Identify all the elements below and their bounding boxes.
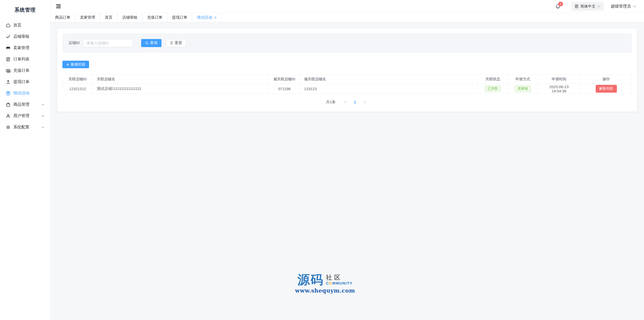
sidebar-item-label: 提现订单 [13, 79, 29, 85]
search-panel: 店铺ID 查询 重置 [62, 33, 632, 53]
cell-target-shop-id: 071198 [269, 84, 300, 94]
cell-target-shop-name: 123123 [300, 84, 478, 94]
page-content: 店铺ID 查询 重置 新增关联 [50, 22, 644, 320]
query-button-label: 查询 [150, 41, 157, 45]
tab-recharge-orders[interactable]: 充值订单 [142, 13, 167, 22]
col-actions: 操作 [581, 75, 632, 84]
couple-activity-card: 店铺ID 查询 重置 新增关联 [57, 28, 637, 112]
query-button[interactable]: 查询 [141, 39, 162, 47]
tab-seller-management[interactable]: 卖家管理 [75, 13, 100, 22]
sidebar: 系统管理 首页 店铺审核 卖家管理 订单列表 [0, 0, 50, 320]
watermark-sub-col: 社区 COMMUNITY [326, 274, 352, 285]
apply-method-badge: 卖家端 [515, 85, 531, 92]
sidebar-item-goods-management[interactable]: 商品管理 [0, 99, 50, 110]
user-menu[interactable]: 超级管理员 [611, 4, 636, 9]
seller-card-icon [6, 46, 11, 51]
order-list-icon [6, 57, 11, 62]
cell-apply-method: 卖家端 [508, 84, 538, 94]
tab-home[interactable]: 首页 [100, 13, 117, 22]
gift-icon [6, 91, 11, 96]
tab-label: 提现订单 [172, 15, 187, 20]
sidebar-item-label: 充值订单 [13, 68, 29, 73]
sidebar-item-order-list[interactable]: 订单列表 [0, 54, 50, 65]
col-apply-method: 申请方式 [508, 75, 538, 84]
chevron-down-icon [41, 114, 45, 118]
chevron-down-icon [633, 5, 636, 8]
col-target-shop-id: 被关联店铺ID [269, 75, 300, 84]
language-label: 简体中文 [580, 4, 595, 9]
recharge-icon [6, 68, 11, 73]
tab-withdraw-orders[interactable]: 提现订单 [167, 13, 192, 22]
home-icon [6, 23, 11, 28]
refresh-icon [170, 41, 173, 45]
table-header-row: 关联店铺ID 关联店铺名 被关联店铺ID 被关联店铺名 关联状态 申请方式 申请… [63, 75, 632, 84]
sidebar-item-label: 订单列表 [13, 57, 29, 62]
cell-assoc-shop-name: 测试店铺1111111111111111 [93, 84, 269, 94]
add-association-button[interactable]: 新增关联 [62, 61, 89, 68]
sidebar-item-label: 用户管理 [13, 113, 29, 119]
sidebar-item-label: 卖家管理 [13, 45, 29, 51]
col-target-shop-name: 被关联店铺名 [300, 75, 478, 84]
search-icon [145, 41, 149, 45]
sidebar-item-seller-management[interactable]: 卖家管理 [0, 42, 50, 54]
goods-bag-icon [6, 102, 11, 107]
next-page-icon[interactable] [361, 99, 368, 105]
shop-id-input[interactable] [83, 39, 133, 47]
tab-label: 充值订单 [147, 15, 162, 20]
chevron-down-icon [597, 5, 600, 8]
watermark-sub-text: 社区 [326, 274, 342, 281]
watermark-logo: 源码 社区 COMMUNITY www.shequym.com [295, 274, 355, 294]
tab-label: 店铺审核 [122, 15, 137, 20]
plus-icon [66, 63, 69, 66]
col-apply-time: 申请时间 [538, 75, 581, 84]
reset-button[interactable]: 重置 [166, 39, 186, 47]
sidebar-item-home[interactable]: 首页 [0, 20, 50, 31]
app-title: 系统管理 [0, 0, 50, 20]
reset-button-label: 重置 [175, 41, 182, 45]
withdraw-icon [6, 80, 11, 85]
sidebar-menu: 首页 店铺审核 卖家管理 订单列表 充值订单 [0, 20, 50, 133]
sidebar-item-label: 情侣活动 [13, 91, 29, 96]
gear-icon [6, 125, 11, 130]
page-number[interactable]: 1 [351, 99, 358, 105]
chevron-down-icon [41, 126, 45, 129]
language-selector[interactable]: 简体中文 [571, 2, 604, 11]
watermark-logo-row: 源码 社区 COMMUNITY [295, 274, 355, 286]
watermark-url: www.shequym.com [295, 287, 355, 294]
col-assoc-shop-id: 关联店铺ID [63, 75, 93, 84]
add-association-label: 新增关联 [71, 62, 85, 67]
sidebar-item-label: 店铺审核 [13, 34, 29, 39]
main-area: 1 简体中文 超级管理员 商品订单 卖家管理 首页 店铺审核 充值订单 提现订单… [50, 0, 644, 320]
sidebar-item-label: 首页 [13, 23, 21, 28]
cell-apply-time: 2025-06-23 18:54:39 [538, 84, 581, 94]
pagination-total: 共1条 [326, 100, 336, 104]
shop-id-label: 店铺ID [68, 41, 80, 45]
tab-bar: 商品订单 卖家管理 首页 店铺审核 充值订单 提现订单 情侣活动 × [50, 13, 644, 22]
tab-couple-activity[interactable]: 情侣活动 × [192, 13, 222, 22]
sidebar-item-shop-review[interactable]: 店铺审核 [0, 31, 50, 42]
user-icon [6, 114, 11, 119]
tab-shop-review[interactable]: 店铺审核 [117, 13, 142, 22]
tab-label: 情侣活动 [197, 15, 212, 20]
watermark-community-text: COMMUNITY [326, 281, 352, 286]
sidebar-item-label: 商品管理 [13, 102, 29, 107]
sidebar-item-user-management[interactable]: 用户管理 [0, 110, 50, 122]
pagination: 共1条 1 [62, 99, 632, 105]
remove-association-button[interactable]: 解除关联 [596, 85, 617, 92]
notification-bell-button[interactable]: 1 [555, 4, 561, 9]
tab-close-icon[interactable]: × [214, 16, 217, 20]
tab-label: 首页 [105, 15, 112, 20]
sidebar-item-system-config[interactable]: 系统配置 [0, 122, 50, 133]
watermark-main-text: 源码 [297, 274, 324, 286]
sidebar-collapse-icon[interactable] [55, 3, 61, 9]
top-header: 1 简体中文 超级管理员 [50, 0, 644, 13]
prev-page-icon[interactable] [342, 99, 349, 105]
tab-label: 卖家管理 [80, 15, 95, 20]
sidebar-item-withdraw-orders[interactable]: 提现订单 [0, 76, 50, 88]
username-label: 超级管理员 [611, 4, 631, 9]
sidebar-item-recharge-orders[interactable]: 充值订单 [0, 65, 50, 76]
language-doc-icon [575, 4, 579, 8]
sidebar-item-couple-activity[interactable]: 情侣活动 [0, 88, 50, 99]
sidebar-item-label: 系统配置 [13, 125, 29, 130]
tab-goods-orders[interactable]: 商品订单 [50, 13, 75, 22]
